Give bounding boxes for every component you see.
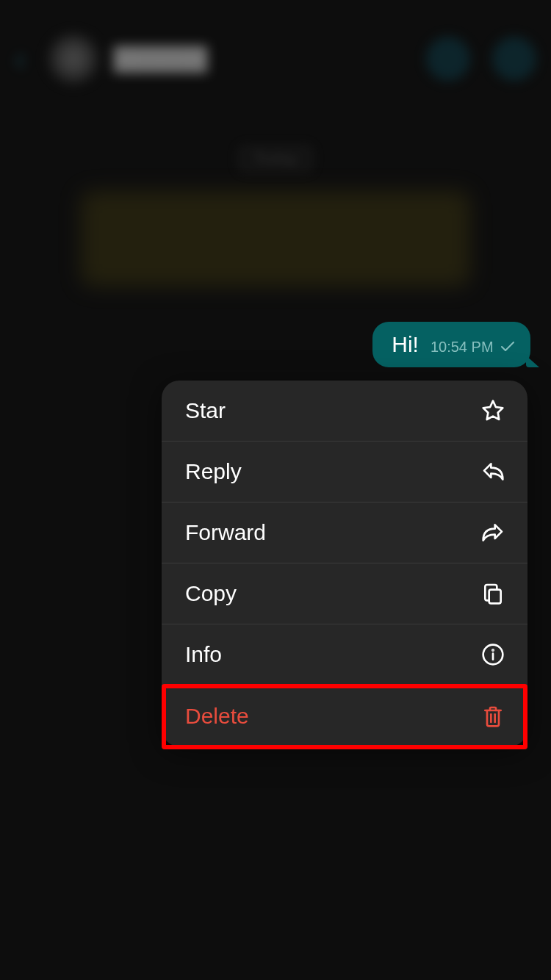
menu-item-star[interactable]: Star <box>162 381 527 442</box>
chat-header-blurred: ‹ ██████ <box>0 22 551 96</box>
header-actions-blurred <box>426 37 536 81</box>
menu-label-star: Star <box>185 398 226 423</box>
bubble-tail <box>526 356 539 367</box>
forward-icon <box>480 520 505 545</box>
menu-item-info[interactable]: Info <box>162 624 527 685</box>
menu-item-copy[interactable]: Copy <box>162 563 527 624</box>
message-text: Hi! <box>392 332 419 357</box>
avatar <box>48 33 99 84</box>
menu-label-info: Info <box>185 642 222 667</box>
menu-item-forward[interactable]: Forward <box>162 502 527 563</box>
menu-label-reply: Reply <box>185 459 242 484</box>
menu-item-reply[interactable]: Reply <box>162 442 527 502</box>
copy-icon <box>480 581 505 606</box>
message-context-menu: Star Reply Forward Copy Info Delete <box>162 381 527 746</box>
svg-point-3 <box>492 649 493 650</box>
menu-label-forward: Forward <box>185 520 266 545</box>
reply-icon <box>480 459 505 484</box>
trash-icon <box>480 704 505 729</box>
video-call-icon <box>426 37 470 81</box>
svg-rect-0 <box>489 590 501 604</box>
menu-label-copy: Copy <box>185 581 237 606</box>
contact-name-blurred: ██████ <box>114 46 208 71</box>
menu-item-delete[interactable]: Delete <box>162 685 527 746</box>
star-icon <box>480 398 505 423</box>
message-timestamp: 10:54 PM <box>431 339 494 355</box>
info-icon <box>480 642 505 667</box>
menu-label-delete: Delete <box>185 704 249 729</box>
date-separator: Today <box>237 143 315 174</box>
back-icon: ‹ <box>15 40 26 77</box>
voice-call-icon <box>492 37 536 81</box>
outgoing-message-bubble[interactable]: Hi! 10:54 PM <box>372 322 530 367</box>
sent-check-icon <box>501 342 514 355</box>
encryption-notice-blurred <box>81 191 470 287</box>
